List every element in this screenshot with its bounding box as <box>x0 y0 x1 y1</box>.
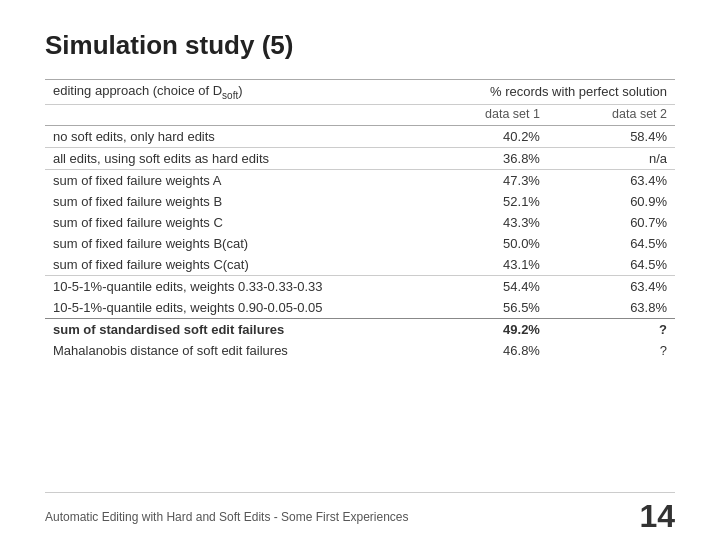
footer-number: 14 <box>639 498 675 535</box>
row-val1: 47.3% <box>421 169 548 191</box>
table-row: sum of standardised soft edit failures49… <box>45 318 675 340</box>
data-table: editing approach (choice of Dsoft) % rec… <box>45 79 675 361</box>
row-val2: 64.5% <box>548 254 675 276</box>
table-body: no soft edits, only hard edits40.2%58.4%… <box>45 125 675 361</box>
footer-text: Automatic Editing with Hard and Soft Edi… <box>45 510 409 524</box>
row-label: 10-5-1%-quantile edits, weights 0.90-0.0… <box>45 297 421 319</box>
table-container: editing approach (choice of Dsoft) % rec… <box>45 79 675 484</box>
row-val1: 43.1% <box>421 254 548 276</box>
col1-header: editing approach (choice of Dsoft) <box>45 80 421 105</box>
table-row: sum of fixed failure weights C(cat)43.1%… <box>45 254 675 276</box>
row-label: Mahalanobis distance of soft edit failur… <box>45 340 421 361</box>
row-label: sum of fixed failure weights B <box>45 191 421 212</box>
row-val1: 54.4% <box>421 275 548 297</box>
row-val1: 36.8% <box>421 147 548 169</box>
table-row: 10-5-1%-quantile edits, weights 0.90-0.0… <box>45 297 675 319</box>
row-label: sum of fixed failure weights C <box>45 212 421 233</box>
row-val2: ? <box>548 340 675 361</box>
row-val2: 63.4% <box>548 169 675 191</box>
table-row: all edits, using soft edits as hard edit… <box>45 147 675 169</box>
row-val2: 64.5% <box>548 233 675 254</box>
table-header-row2: data set 1 data set 2 <box>45 104 675 125</box>
table-row: sum of fixed failure weights B52.1%60.9% <box>45 191 675 212</box>
row-val2: 63.4% <box>548 275 675 297</box>
footer: Automatic Editing with Hard and Soft Edi… <box>45 492 675 540</box>
table-row: 10-5-1%-quantile edits, weights 0.33-0.3… <box>45 275 675 297</box>
row-label: sum of fixed failure weights C(cat) <box>45 254 421 276</box>
row-val1: 50.0% <box>421 233 548 254</box>
dataset1-header: data set 1 <box>421 104 548 125</box>
row-val2: 58.4% <box>548 125 675 147</box>
table-row: sum of fixed failure weights C43.3%60.7% <box>45 212 675 233</box>
row-label: sum of standardised soft edit failures <box>45 318 421 340</box>
page: Simulation study (5) editing approach (c… <box>0 0 720 540</box>
page-title: Simulation study (5) <box>45 30 675 61</box>
table-row: Mahalanobis distance of soft edit failur… <box>45 340 675 361</box>
table-header-row1: editing approach (choice of Dsoft) % rec… <box>45 80 675 105</box>
row-val1: 52.1% <box>421 191 548 212</box>
row-val2: 63.8% <box>548 297 675 319</box>
row-label: sum of fixed failure weights B(cat) <box>45 233 421 254</box>
row-val2: ? <box>548 318 675 340</box>
row-label: sum of fixed failure weights A <box>45 169 421 191</box>
row-val1: 46.8% <box>421 340 548 361</box>
dataset2-header: data set 2 <box>548 104 675 125</box>
row-val1: 56.5% <box>421 297 548 319</box>
row-val2: 60.9% <box>548 191 675 212</box>
table-row: sum of fixed failure weights A47.3%63.4% <box>45 169 675 191</box>
row-val2: n/a <box>548 147 675 169</box>
row-val1: 40.2% <box>421 125 548 147</box>
row-label: no soft edits, only hard edits <box>45 125 421 147</box>
row-val2: 60.7% <box>548 212 675 233</box>
table-row: no soft edits, only hard edits40.2%58.4% <box>45 125 675 147</box>
row-label: 10-5-1%-quantile edits, weights 0.33-0.3… <box>45 275 421 297</box>
col1-subheader <box>45 104 421 125</box>
col2-header: % records with perfect solution <box>421 80 675 105</box>
row-val1: 49.2% <box>421 318 548 340</box>
table-row: sum of fixed failure weights B(cat)50.0%… <box>45 233 675 254</box>
row-label: all edits, using soft edits as hard edit… <box>45 147 421 169</box>
row-val1: 43.3% <box>421 212 548 233</box>
